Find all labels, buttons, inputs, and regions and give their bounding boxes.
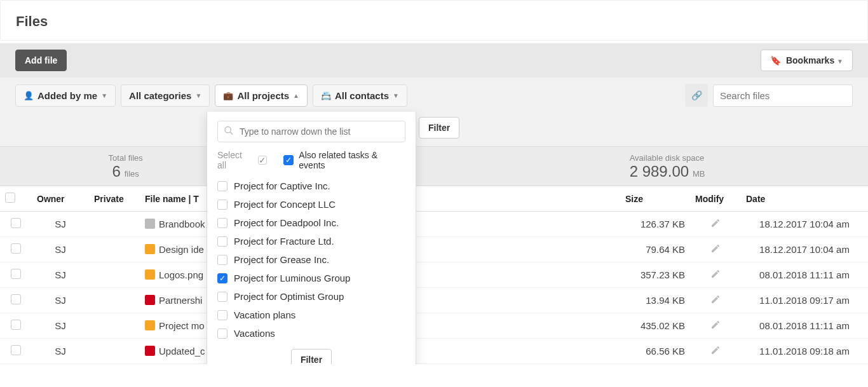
filter-button[interactable]: Filter <box>419 117 459 139</box>
project-label: Project for Concept LLC <box>234 199 336 210</box>
th-owner[interactable]: Owner <box>32 186 89 212</box>
filter-all-contacts[interactable]: 📇 All contacts ▼ <box>313 85 407 107</box>
filter-all-categories[interactable]: All categories ▼ <box>121 85 210 107</box>
project-checkbox[interactable] <box>217 255 227 265</box>
size-cell: 66.56 KB <box>620 339 690 364</box>
project-label: Project for Deadpool Inc. <box>234 217 339 228</box>
dropdown-item[interactable]: Project for Deadpool Inc. <box>207 214 416 232</box>
svg-point-0 <box>225 127 231 133</box>
search-input[interactable] <box>713 85 853 107</box>
owner-cell: SJ <box>32 237 89 262</box>
person-icon: 👤 <box>24 91 34 100</box>
modify-cell[interactable] <box>690 212 741 237</box>
select-all-rows-checkbox[interactable] <box>5 193 15 203</box>
project-label: Project for Luminous Group <box>234 273 350 283</box>
th-date[interactable]: Date <box>741 186 868 212</box>
row-checkbox[interactable] <box>11 320 21 330</box>
dropdown-item[interactable]: Project for Grease Inc. <box>207 250 416 269</box>
stat-value: 2 989.00 <box>630 163 689 180</box>
filter-label: All categories <box>129 90 191 101</box>
project-checkbox[interactable] <box>217 310 227 320</box>
select-all-label[interactable]: Select all <box>217 150 253 170</box>
filter-added-by-me[interactable]: 👤 Added by me ▼ <box>15 85 116 107</box>
pencil-icon <box>710 346 721 357</box>
stat-value: 6 <box>112 163 120 180</box>
owner-cell: SJ <box>32 313 89 339</box>
table-row[interactable]: SJProject mo435.02 KB08.01.2018 11:11 am <box>0 313 868 339</box>
files-table: Owner Private File name | T Size Modify … <box>0 186 868 364</box>
date-cell: 11.01.2018 09:18 am <box>741 339 868 364</box>
dropdown-search-input[interactable] <box>217 121 405 142</box>
private-cell <box>89 339 140 364</box>
owner-cell: SJ <box>32 288 89 313</box>
owner-cell: SJ <box>32 262 89 288</box>
modify-cell[interactable] <box>690 339 741 364</box>
project-checkbox[interactable]: ✓ <box>217 273 227 283</box>
file-type-icon <box>145 346 155 356</box>
project-checkbox[interactable] <box>217 329 227 339</box>
date-cell: 18.12.2017 10:04 am <box>741 212 868 237</box>
caret-down-icon: ▼ <box>393 92 399 99</box>
caret-down-icon: ▼ <box>195 92 201 99</box>
also-related-checkbox[interactable]: ✓ <box>283 155 294 165</box>
modify-cell[interactable] <box>690 313 741 339</box>
row-checkbox[interactable] <box>11 218 21 228</box>
dropdown-select-row: Select all ✓ ✓ Also related tasks & even… <box>207 149 416 177</box>
pencil-icon <box>710 270 721 281</box>
project-label: Project for Optimist Group <box>234 291 344 302</box>
filter-all-projects[interactable]: 💼 All projects ▲ <box>215 85 308 107</box>
table-row[interactable]: SJBrandbook126.37 KB18.12.2017 10:04 am <box>0 212 868 237</box>
table-row[interactable]: SJPartnershi13.94 KB11.01.2018 09:17 am <box>0 288 868 313</box>
project-checkbox[interactable] <box>217 236 227 247</box>
private-cell <box>89 313 140 339</box>
dropdown-item[interactable]: Project for Concept LLC <box>207 195 416 214</box>
th-private[interactable]: Private <box>89 186 140 212</box>
modify-cell[interactable] <box>690 288 741 313</box>
pencil-icon <box>710 219 721 230</box>
add-file-button[interactable]: Add file <box>15 50 67 71</box>
th-size[interactable]: Size <box>620 186 690 212</box>
caret-down-icon: ▼ <box>837 58 843 65</box>
dropdown-item[interactable]: ✓Project for Luminous Group <box>207 269 416 287</box>
file-type-icon <box>145 244 155 254</box>
stats-bar: Total files 6 files Total disk space 3 0… <box>0 146 868 186</box>
stat-avail-space: Available disk space 2 989.00 MB <box>566 147 868 186</box>
briefcase-icon: 💼 <box>223 91 233 100</box>
project-label: Vacations <box>234 328 275 339</box>
table-row[interactable]: SJUpdated_c66.56 KB11.01.2018 09:18 am <box>0 339 868 364</box>
stat-unit: MB <box>693 169 705 179</box>
dropdown-item[interactable]: Project for Optimist Group <box>207 287 416 306</box>
row-checkbox[interactable] <box>11 345 21 355</box>
row-checkbox[interactable] <box>11 243 21 254</box>
contact-icon: 📇 <box>321 91 331 100</box>
dropdown-item[interactable]: Project for Fracture Ltd. <box>207 232 416 250</box>
bookmarks-button[interactable]: 🔖 Bookmarks ▼ <box>761 50 853 71</box>
project-checkbox[interactable] <box>217 200 227 210</box>
project-label: Vacation plans <box>234 309 295 320</box>
project-checkbox[interactable] <box>217 218 227 228</box>
dropdown-filter-button[interactable]: Filter <box>291 349 332 364</box>
modify-cell[interactable] <box>690 262 741 288</box>
dropdown-item[interactable]: Vacations <box>207 324 416 343</box>
select-all-checkbox[interactable]: ✓ <box>258 156 267 165</box>
private-cell <box>89 288 140 313</box>
date-cell: 08.01.2018 11:11 am <box>741 313 868 339</box>
svg-line-1 <box>230 132 233 135</box>
size-cell: 435.02 KB <box>620 313 690 339</box>
project-checkbox[interactable] <box>217 292 227 302</box>
stat-label: Total files <box>13 153 238 163</box>
dropdown-item[interactable]: Vacation plans <box>207 306 416 324</box>
link-icon[interactable]: 🔗 <box>685 84 708 107</box>
row-checkbox[interactable] <box>11 269 21 279</box>
table-row[interactable]: SJDesign ide79.64 KB18.12.2017 10:04 am <box>0 237 868 262</box>
th-modify[interactable]: Modify <box>690 186 741 212</box>
project-checkbox[interactable] <box>217 181 227 191</box>
date-cell: 08.01.2018 11:11 am <box>741 262 868 288</box>
dropdown-item[interactable]: Project for Captive Inc. <box>207 177 416 195</box>
also-related-label: Also related tasks & events <box>299 150 405 170</box>
dropdown-search <box>217 121 405 142</box>
table-row[interactable]: SJLogos.png357.23 KB08.01.2018 11:11 am <box>0 262 868 288</box>
row-checkbox[interactable] <box>11 294 21 304</box>
owner-cell: SJ <box>32 212 89 237</box>
modify-cell[interactable] <box>690 237 741 262</box>
